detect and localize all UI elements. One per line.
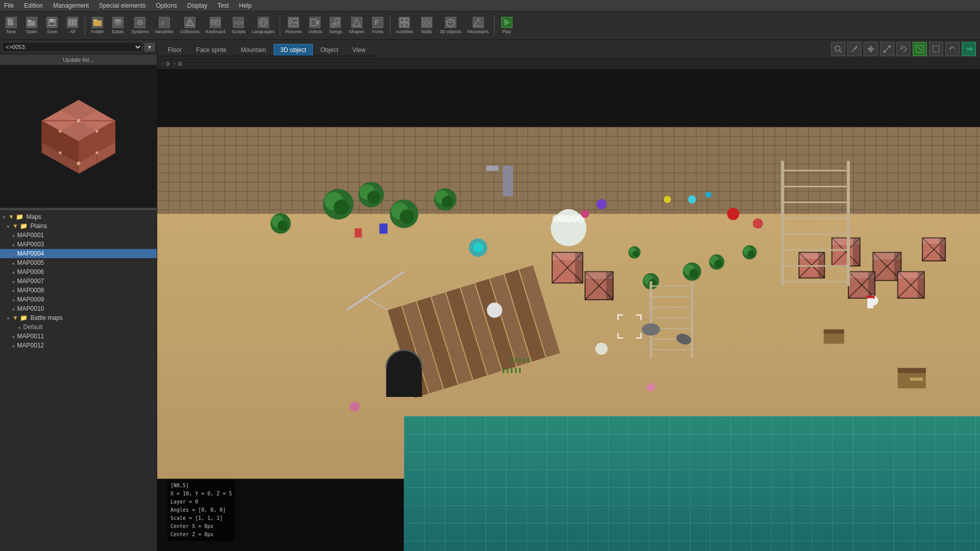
toolbar-folder[interactable]: Folder <box>88 16 107 35</box>
walls-icon <box>421 17 432 28</box>
svg-rect-2 <box>28 21 35 26</box>
tree-item-map0006[interactable]: MAP0006 <box>0 267 157 277</box>
svg-marker-87 <box>869 45 872 47</box>
toolbar-collisions[interactable]: Collisions <box>178 16 202 35</box>
info-line2: X = 10, Y = 0, Z = 5 <box>170 490 232 498</box>
map0001-label: MAP0001 <box>15 232 44 239</box>
svg-marker-100 <box>967 46 973 52</box>
tree-item-map0003[interactable]: MAP0003 <box>0 240 157 249</box>
update-list-button[interactable]: Update list... <box>0 55 157 65</box>
tree-item-map0009[interactable]: MAP0009 <box>0 295 157 304</box>
toolbar-open[interactable]: Open <box>22 16 41 35</box>
move-btn[interactable] <box>864 42 878 56</box>
menubar: File Edition Management Special elements… <box>0 0 980 11</box>
svg-rect-25 <box>214 22 216 23</box>
right-toolbar-buttons <box>827 40 980 58</box>
map-select[interactable]: <>0053: <box>2 42 142 52</box>
toolbar-fonts[interactable]: F Fonts <box>369 16 387 35</box>
zoom-btn[interactable] <box>831 42 845 56</box>
scale-btn[interactable] <box>880 42 894 56</box>
fonts-label: Fonts <box>372 29 384 34</box>
svg-rect-43 <box>405 18 408 22</box>
tree-item-map0012[interactable]: MAP0012 <box>0 341 157 350</box>
tab-object[interactable]: Object <box>314 44 345 56</box>
keyboard-icon <box>210 17 221 28</box>
svg-rect-91 <box>870 48 872 50</box>
toolbar-pictures[interactable]: Pictures <box>283 16 304 35</box>
default-label: Default <box>21 323 42 331</box>
toolbar-play[interactable]: Play <box>498 16 516 35</box>
map0006-label: MAP0006 <box>15 268 44 276</box>
toolbar-songs[interactable]: Songs <box>326 16 345 35</box>
svg-point-35 <box>332 23 335 27</box>
svg-marker-89 <box>867 47 869 51</box>
tree-item-map0005[interactable]: MAP0005 <box>0 258 157 267</box>
3dobjects-icon <box>445 17 456 28</box>
svg-rect-33 <box>311 19 316 26</box>
toolbar-3dobjects[interactable]: 3D objects <box>438 16 464 35</box>
datas-icon <box>112 17 124 28</box>
toolbar-shapes[interactable]: Shapes <box>347 16 366 35</box>
menu-special[interactable]: Special elements <box>97 1 148 10</box>
variables-label: Variables <box>155 29 174 34</box>
mountains-icon <box>473 17 484 28</box>
toolbar-sep-3 <box>390 15 390 36</box>
toolbar-walls[interactable]: Walls <box>418 16 436 35</box>
pencil-btn[interactable] <box>847 42 862 56</box>
plains-collapse-arrow[interactable] <box>6 223 10 229</box>
toolbar-variables[interactable]: x Variables <box>153 16 176 35</box>
toolbar-all[interactable]: All <box>63 16 82 35</box>
save-icon <box>46 17 58 28</box>
menu-display[interactable]: Display <box>185 1 209 10</box>
toolbar-languages[interactable]: Languages <box>250 16 277 35</box>
menu-file[interactable]: File <box>2 1 16 10</box>
toolbar-keyboard[interactable]: Keyboard <box>204 16 228 35</box>
menu-edition[interactable]: Edition <box>22 1 45 10</box>
tab-face-sprite[interactable]: Face sprite <box>189 44 233 56</box>
tab-floor[interactable]: Floor <box>161 44 188 56</box>
draw-btn[interactable] <box>913 42 927 56</box>
toolbar-mountains[interactable]: Mountains <box>465 16 491 35</box>
tree-item-map0008[interactable]: MAP0008 <box>0 286 157 295</box>
toolbar-videos[interactable]: Videos <box>306 16 324 35</box>
redo-btn[interactable] <box>962 42 976 56</box>
maps-collapse-arrow[interactable] <box>2 214 6 220</box>
rotate-btn[interactable] <box>896 42 911 56</box>
toolbar-save[interactable]: Save <box>43 16 61 35</box>
svg-rect-5 <box>50 19 53 21</box>
tree-item-map0007[interactable]: MAP0007 <box>0 277 157 286</box>
tree-item-map0001[interactable]: MAP0001 <box>0 231 157 240</box>
plains-folder-icon: ▼ 📁 <box>12 222 28 230</box>
toolbar-systems[interactable]: Systems <box>129 16 151 35</box>
menu-management[interactable]: Management <box>51 1 91 10</box>
scene-canvas[interactable] <box>157 69 980 551</box>
select-btn[interactable] <box>929 42 943 56</box>
svg-point-32 <box>291 20 292 21</box>
tab-mountain[interactable]: Mountain <box>234 44 273 56</box>
menu-options[interactable]: Options <box>154 1 179 10</box>
toolbar-autotiles[interactable]: Autotiles <box>394 16 415 35</box>
menu-help[interactable]: Help <box>237 1 254 10</box>
svg-point-12 <box>114 19 121 22</box>
tree-item-map0010[interactable]: MAP0010 <box>0 304 157 313</box>
toolbar-new[interactable]: New <box>2 16 20 35</box>
tab-3d-object[interactable]: 3D object <box>274 44 313 56</box>
toolbar-scripts[interactable]: </> Scripts <box>229 16 248 35</box>
map0012-sq-icon <box>12 342 14 349</box>
tree-item-map0011[interactable]: MAP0011 <box>0 332 157 341</box>
tree-item-default[interactable]: Default <box>0 322 157 332</box>
tree-item-battlemaps[interactable]: ▼ 📁 Battle maps <box>0 313 157 322</box>
map-selector-btn[interactable]: ▼ <box>144 43 155 52</box>
tree-item-maps[interactable]: ▼ 📁 Maps <box>0 212 157 221</box>
undo-btn[interactable] <box>945 42 960 56</box>
menu-test[interactable]: Test <box>215 1 231 10</box>
toolbar-datas[interactable]: Datas <box>109 16 127 35</box>
svg-marker-95 <box>901 47 903 49</box>
svg-point-18 <box>189 24 190 25</box>
tree-item-plains[interactable]: ▼ 📁 Plains <box>0 221 157 231</box>
map-canvas[interactable]: [N0,5] X = 10, Y = 0, Z = 5 Layer = 0 An… <box>157 69 980 551</box>
tree-item-map0004[interactable]: MAP0004 <box>0 249 157 258</box>
left-panel: <>0053: ▼ Update list... <box>0 40 157 551</box>
battlemaps-collapse-arrow[interactable] <box>6 315 10 321</box>
tab-view[interactable]: View <box>346 44 372 56</box>
